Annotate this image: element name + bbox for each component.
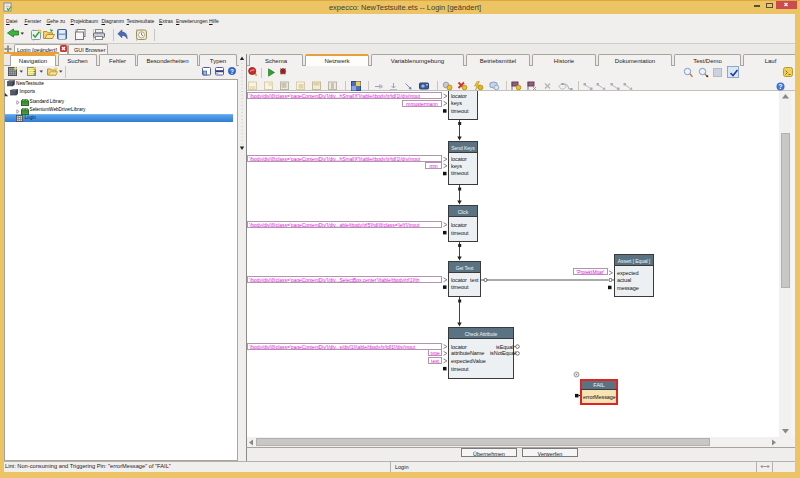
svg-text:?: ? bbox=[778, 83, 782, 90]
svg-text:?: ? bbox=[230, 68, 234, 75]
